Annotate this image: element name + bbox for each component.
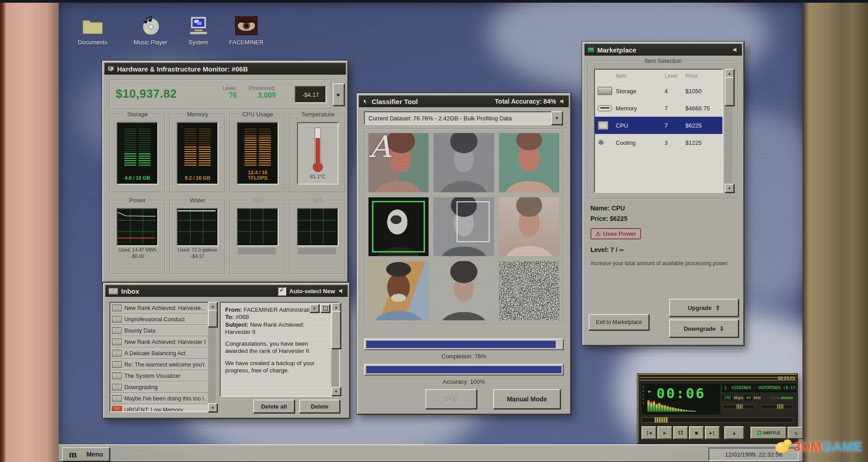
stereo-indicator: stereo bbox=[781, 395, 793, 400]
computer-window-icon bbox=[108, 66, 114, 71]
next-button[interactable]: ▶| bbox=[705, 426, 720, 439]
inbox-message[interactable]: A Delicate Balancing Act bbox=[110, 348, 208, 359]
skip-button[interactable]: Skip bbox=[425, 389, 477, 409]
email-scrollbar[interactable]: ▲ ▼ bbox=[331, 303, 339, 396]
inbox-message[interactable]: Downgrading bbox=[110, 382, 208, 393]
scroll-up-icon[interactable]: ▲ bbox=[725, 69, 734, 78]
face-cell-noise[interactable] bbox=[499, 261, 559, 320]
inbox-message[interactable]: New Rank Achieved: Harveste... bbox=[110, 303, 208, 314]
pause-notifications-button[interactable]: II bbox=[310, 304, 319, 313]
scroll-down-icon[interactable]: ▼ bbox=[208, 403, 217, 412]
item-row-cooling[interactable]: ❄ Cooling 3 $1225 bbox=[595, 134, 722, 151]
track-time: 00:06 bbox=[656, 385, 705, 401]
hardware-monitor-titlebar[interactable]: Hardware & Infrastructure Monitor: #06B bbox=[104, 63, 346, 75]
dataset-dropdown[interactable]: Current Dataset: 76.76% - 2.42GB - Bulk … bbox=[364, 111, 564, 125]
downgrade-button[interactable]: Downgrade⇩ bbox=[669, 319, 739, 338]
inbox-message[interactable]: Maybe I've been doing this too l... bbox=[110, 393, 208, 405]
table-header: Item Level Price bbox=[595, 70, 722, 82]
manual-mode-button[interactable]: Manual Mode bbox=[493, 389, 561, 409]
item-table-scrollbar[interactable]: ▲ ▼ bbox=[725, 69, 732, 193]
inbox-message[interactable]: The System Visualizer bbox=[110, 371, 208, 382]
inbox-message[interactable]: Bounty Data bbox=[110, 325, 208, 337]
exit-marketplace-button[interactable]: Exit to Marketplace bbox=[589, 314, 649, 330]
inbox-envelope-icon bbox=[108, 288, 118, 295]
menu-button[interactable]: mOS Menu bbox=[62, 447, 110, 462]
face-cell[interactable] bbox=[499, 197, 559, 257]
face-cell[interactable] bbox=[434, 261, 494, 320]
previous-button[interactable]: |◀ bbox=[642, 426, 656, 439]
pause-button[interactable]: II bbox=[673, 426, 688, 439]
inbox-message[interactable]: Unprofessional Conduct bbox=[110, 314, 208, 325]
face-cell[interactable] bbox=[499, 133, 559, 192]
scrollbar-thumb[interactable] bbox=[208, 310, 217, 327]
window-title: Classifier Tool bbox=[372, 98, 418, 105]
scrollbar-thumb[interactable] bbox=[725, 77, 734, 106]
face-cell[interactable] bbox=[434, 133, 494, 192]
inbox-list-scrollbar[interactable]: ▲ ▼ bbox=[208, 302, 216, 412]
scroll-up-icon[interactable]: ▲ bbox=[331, 303, 341, 312]
inbox-titlebar[interactable]: Inbox ✓ Auto-select New bbox=[105, 285, 348, 297]
detail-level: Level: 7 / ∞ bbox=[590, 246, 736, 253]
play-button[interactable]: ▶ bbox=[657, 426, 672, 439]
player-titlebar[interactable]: - ▲ x bbox=[639, 376, 796, 381]
item-row-memory[interactable]: Memory 7 $4668.75 bbox=[595, 100, 722, 117]
speaker-icon[interactable] bbox=[338, 288, 344, 294]
player-shade-button[interactable]: ▲ bbox=[784, 376, 789, 381]
scroll-down-icon[interactable]: ▼ bbox=[331, 387, 341, 396]
detail-price: Price: $6225 bbox=[590, 215, 736, 222]
meter-power: Power Used: 14.47 MWh-$0.00 bbox=[109, 200, 165, 274]
auto-select-checkbox[interactable]: ✓ bbox=[278, 287, 286, 295]
speaker-icon[interactable] bbox=[732, 47, 739, 52]
face-cell[interactable] bbox=[434, 197, 494, 257]
processed-stat: Processed: 3,009 bbox=[249, 85, 276, 100]
repeat-button[interactable]: ↻ bbox=[788, 427, 802, 439]
player-close-icon[interactable]: x bbox=[790, 376, 795, 381]
gauge-memory: Memory 9.2 / 16 GB bbox=[170, 114, 226, 193]
completion-label: Completion: 76% bbox=[358, 353, 570, 360]
desktop-icon-faceminer[interactable]: FACEMINER bbox=[227, 15, 266, 46]
selection-frame bbox=[372, 201, 425, 253]
speaker-icon[interactable] bbox=[559, 99, 566, 104]
desktop-icon-system[interactable]: System bbox=[179, 15, 218, 46]
scrollbar-thumb[interactable] bbox=[331, 311, 341, 349]
seek-thumb[interactable] bbox=[654, 417, 669, 423]
eject-button[interactable]: ▲ bbox=[724, 426, 744, 439]
total-accuracy-readout: Total Accuracy: 84% bbox=[495, 98, 556, 105]
dropdown-arrow-icon[interactable]: ▼ bbox=[551, 111, 563, 125]
envelope-icon bbox=[112, 361, 122, 368]
window-hardware-monitor: Hardware & Infrastructure Monitor: #06B … bbox=[102, 61, 348, 282]
item-row-cpu-selected[interactable]: CPU 7 $6225 bbox=[595, 117, 722, 134]
shuffle-button[interactable]: SHUFFLE bbox=[750, 427, 787, 439]
upgrade-button[interactable]: Upgrade⇧ bbox=[669, 299, 739, 317]
scroll-up-icon[interactable]: ▲ bbox=[208, 302, 217, 311]
storage-led-display: 4.8 / 16 GB bbox=[117, 122, 158, 185]
popout-button[interactable] bbox=[321, 304, 330, 313]
inbox-message[interactable]: New Rank Achieved: Harvester I bbox=[110, 337, 208, 348]
delete-button[interactable]: Delete bbox=[299, 400, 340, 413]
desktop-icon-music-player[interactable]: Music Player bbox=[131, 15, 170, 46]
scroll-down-icon[interactable]: ▼ bbox=[725, 184, 734, 193]
face-cell[interactable]: A bbox=[368, 133, 429, 192]
marketplace-titlebar[interactable]: Marketplace bbox=[585, 44, 742, 56]
inbox-message[interactable]: Re: The warmest welcome you'r... bbox=[110, 359, 208, 371]
volume-slider[interactable] bbox=[722, 405, 755, 409]
up-arrow-icon: ⇧ bbox=[715, 305, 720, 311]
delete-all-button[interactable]: Delete all bbox=[253, 400, 295, 413]
face-grid: A bbox=[364, 129, 564, 325]
player-minimize-button[interactable]: - bbox=[778, 376, 783, 381]
play-state-icon: ▶ bbox=[648, 389, 651, 394]
expand-monitor-button[interactable]: ▶ bbox=[333, 83, 344, 106]
clutterbar[interactable]: OAIDV bbox=[642, 386, 644, 405]
gauge-temperature: Temperature 81.1°C bbox=[290, 114, 346, 193]
track-title-marquee[interactable]: 1. HIDDENOS - HOPEMINER (4:17) bbox=[722, 384, 797, 392]
face-cell[interactable] bbox=[368, 261, 429, 320]
face-cell-selected[interactable] bbox=[368, 197, 429, 257]
seek-bar[interactable] bbox=[642, 417, 793, 423]
classifier-titlebar[interactable]: Classifier Tool Total Accuracy: 84% bbox=[359, 95, 569, 107]
inbox-message-urgent[interactable]: URGENT: Low Memory bbox=[110, 405, 208, 412]
item-row-storage[interactable]: Storage 4 $1050 bbox=[595, 82, 722, 100]
monitor-bezel-right bbox=[802, 0, 868, 462]
stop-button[interactable]: ■ bbox=[689, 426, 704, 439]
desktop-icon-documents[interactable]: Documents bbox=[73, 15, 112, 46]
balance-slider[interactable] bbox=[761, 405, 793, 409]
